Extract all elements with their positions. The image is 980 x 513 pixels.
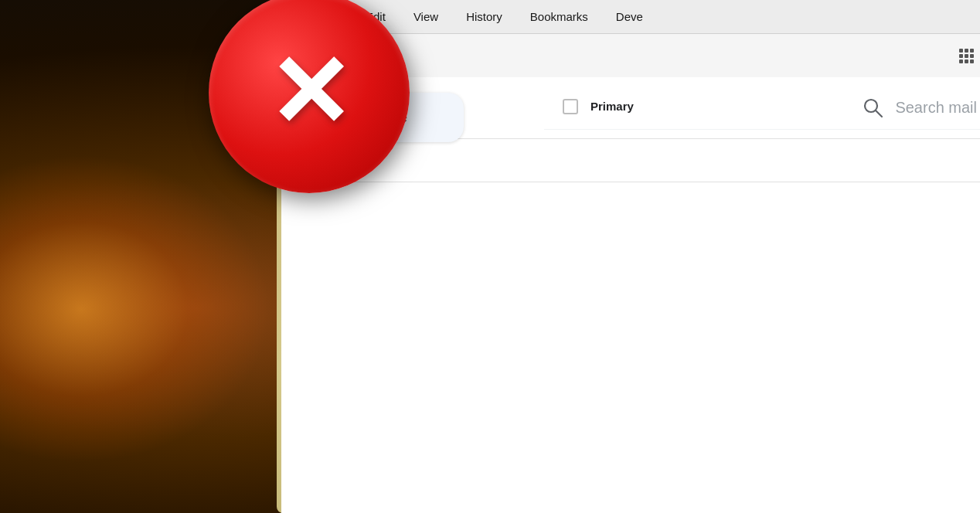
x-mark-icon: ✕ <box>267 42 352 143</box>
menu-item-developer[interactable]: Deve <box>602 0 657 34</box>
primary-tab-label: Primary <box>590 100 634 113</box>
grid-menu-button[interactable] <box>952 42 980 70</box>
gmail-main-content: Primary <box>544 77 980 513</box>
red-x-overlay: ✕ <box>209 0 425 209</box>
red-error-circle: ✕ <box>209 0 410 193</box>
inbox-item-checkbox[interactable] <box>563 99 578 114</box>
menu-item-history[interactable]: History <box>452 0 516 34</box>
grid-icon <box>959 49 974 63</box>
menu-item-bookmarks[interactable]: Bookmarks <box>516 0 602 34</box>
primary-inbox-row: Primary <box>544 83 980 130</box>
